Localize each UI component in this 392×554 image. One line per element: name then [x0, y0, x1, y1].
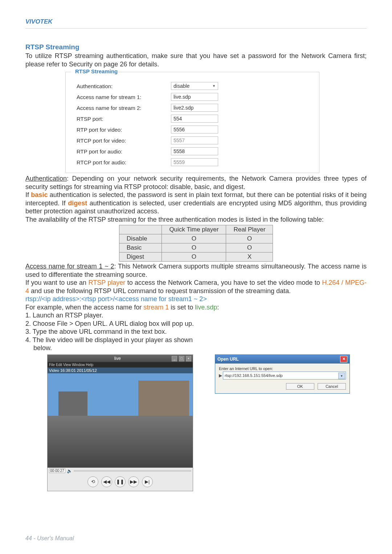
access-text-c1: If you want to use an	[25, 279, 89, 286]
maximize-icon[interactable]: □	[179, 356, 184, 361]
label-rtcp-video: RTCP port for video:	[77, 138, 171, 144]
access-text-c2: to access the Network Camera, you have t…	[125, 279, 322, 286]
cell: O	[226, 234, 273, 243]
row-basic: Basic	[119, 243, 162, 253]
row-rtsp-port: RTSP port: 554	[77, 115, 308, 123]
cell: O	[226, 243, 273, 253]
step-1: 1. Launch an RTSP player.	[25, 311, 367, 320]
intro-text: To utilize RTSP streaming authentication…	[25, 52, 367, 68]
table-row: Digest O X	[119, 253, 273, 262]
compat-table: Quick Time player Real Player Disable O …	[119, 225, 273, 262]
input-rtsp-port[interactable]: 554	[171, 115, 218, 123]
access-paragraph: Access name for stream 1 ~ 2: This Netwo…	[25, 262, 367, 311]
form-legend: RTSP Streaming	[73, 68, 120, 74]
input-rtp-video[interactable]: 5556	[171, 126, 218, 134]
label-authentication: Authentication:	[77, 83, 171, 89]
row-rtp-video: RTP port for video: 5556	[77, 126, 308, 134]
label-rtp-audio: RTP port for audio:	[77, 148, 171, 155]
speaker-icon[interactable]: 🔈	[67, 468, 72, 473]
step-3: 3. Type the above URL command in the tex…	[25, 328, 367, 336]
input-rtp-audio[interactable]: 5558	[171, 147, 218, 155]
page: VIVOTEK RTSP Streaming To utilize RTSP s…	[0, 0, 392, 554]
live-sdp: live.sdp	[195, 304, 217, 311]
input-stream1[interactable]: live.sdp	[171, 93, 218, 101]
forward-button[interactable]: ▶▶	[128, 476, 139, 487]
row-rtcp-audio: RTCP port for audio: 5559	[77, 158, 308, 166]
label-stream1: Access name for stream 1:	[77, 94, 171, 100]
close-icon[interactable]: ✕	[340, 356, 347, 362]
row-authentication: Authentication: disable	[77, 82, 308, 90]
example-1: For example, when the access name for	[25, 304, 143, 311]
skip-end-button[interactable]: ▶|	[142, 476, 153, 487]
minimize-icon[interactable]: _	[172, 356, 177, 361]
step-2: 2. Choose File > Open URL. A URL dialog …	[25, 320, 367, 328]
auth-digest: digest	[68, 200, 87, 207]
rtsp-player-window: live _ □ × File Edit View Window Help Vi…	[47, 354, 193, 491]
row-rtp-audio: RTP port for audio: 5558	[77, 147, 308, 155]
label-rtp-video: RTP port for video:	[77, 127, 171, 133]
step-4b: below.	[25, 344, 367, 352]
screens-row: live _ □ × File Edit View Window Help Vi…	[25, 354, 367, 491]
building-graphic-2	[58, 391, 87, 417]
video-area	[48, 373, 193, 468]
steps: 1. Launch an RTSP player. 2. Choose File…	[25, 311, 367, 352]
row-rtcp-video: RTCP port for video: 5557	[77, 136, 308, 144]
cell: O	[162, 243, 226, 253]
close-icon[interactable]: ×	[186, 356, 191, 361]
window-buttons: _ □ ×	[171, 356, 191, 361]
access-text-c3: and use the following RTSP URL command t…	[29, 287, 291, 295]
auth-basic: basic	[31, 191, 48, 198]
player-titlebar: live _ □ ×	[48, 355, 193, 362]
skip-back-button[interactable]: ⟲	[87, 476, 98, 487]
page-footer: 44 - User's Manual	[25, 535, 74, 542]
row-digest: Digest	[119, 253, 162, 262]
auth-paragraph: Authentication: Depending on your networ…	[25, 175, 367, 223]
auth-text-1: : Depending on your network security req…	[25, 175, 367, 190]
label-stream2: Access name for stream 2:	[77, 105, 171, 111]
url-template: rtsp://<ip address>:<rtsp port>/<access …	[25, 295, 207, 303]
video-overlay: Video 16:38:01 2011/05/12	[48, 368, 193, 373]
page-header: VIVOTEK	[25, 18, 367, 29]
section-title: RTSP Streaming	[25, 43, 367, 51]
dialog-body: Enter an Internet URL to open: ▶ rtsp://…	[215, 364, 350, 393]
ok-button[interactable]: OK	[286, 383, 314, 390]
url-row: ▶ rtsp://192.168.5.151:554/live.sdp	[219, 372, 346, 379]
player-menubar[interactable]: File Edit View Window Help	[48, 362, 193, 368]
volume-slider[interactable]	[74, 470, 191, 472]
url-input[interactable]: rtsp://192.168.5.151:554/live.sdp	[223, 372, 346, 379]
dialog-buttons: OK Cancel	[219, 383, 346, 390]
col-quicktime: Quick Time player	[162, 225, 226, 234]
auth-text-2a: If	[25, 191, 31, 198]
dialog-label: Enter an Internet URL to open:	[219, 366, 346, 371]
authentication-dropdown[interactable]: disable	[171, 82, 218, 90]
input-stream2[interactable]: live2.sdp	[171, 104, 218, 112]
dialog-titlebar: Open URL ✕	[215, 355, 350, 364]
row-stream2: Access name for stream 2: live2.sdp	[77, 104, 308, 112]
table-row: Disable O O	[119, 234, 273, 243]
player-title: live	[64, 356, 171, 361]
access-underline: Access name for stream 1 ~ 2	[25, 263, 114, 270]
auth-text-3: The availability of the RTSP streaming f…	[25, 216, 324, 223]
pause-button[interactable]: ❚❚	[115, 476, 126, 487]
auth-underline: Authentication	[25, 175, 67, 182]
rtsp-form: RTSP Streaming Authentication: disable A…	[65, 72, 319, 173]
rewind-button[interactable]: ◀◀	[101, 476, 112, 487]
example-2: is set to	[169, 304, 195, 311]
cancel-button[interactable]: Cancel	[318, 383, 346, 390]
label-rtsp-port: RTSP port:	[77, 116, 171, 122]
input-rtcp-audio: 5559	[171, 158, 218, 166]
arrow-icon: ▶	[219, 373, 222, 378]
open-url-dialog: Open URL ✕ Enter an Internet URL to open…	[215, 354, 350, 394]
cell: O	[162, 253, 226, 262]
dialog-title: Open URL	[217, 357, 239, 362]
cell: O	[162, 234, 226, 243]
example-3: :	[217, 304, 219, 311]
player-controls: ⟲ ◀◀ ❚❚ ▶▶ ▶|	[48, 474, 193, 491]
step-4a: 4. The live video will be displayed in y…	[25, 336, 367, 344]
row-stream1: Access name for stream 1: live.sdp	[77, 93, 308, 101]
col-realplayer: Real Player	[226, 225, 273, 234]
label-rtcp-audio: RTCP port for audio:	[77, 159, 171, 165]
input-rtcp-video: 5557	[171, 136, 218, 144]
timecode: 00:00:27	[49, 468, 65, 473]
table-row: Basic O O	[119, 243, 273, 253]
